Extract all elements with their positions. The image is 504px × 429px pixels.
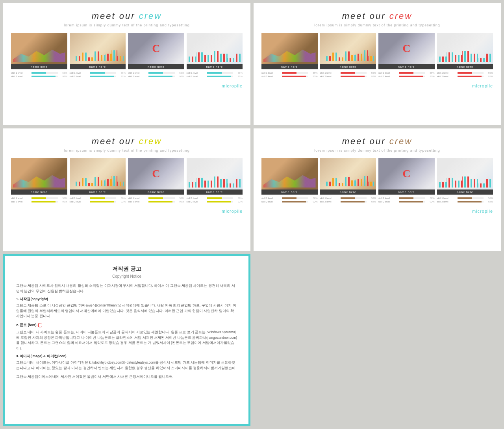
member-name: name here [70,189,126,195]
team-member: name here skill 1 level 56% skill 2 leve… [187,158,243,204]
skill-pct: 56% [485,197,493,199]
skills: skill 1 level 56% skill 2 level 92% [320,72,376,78]
skill-bar-fill [32,72,46,74]
skill-pct: 56% [59,197,67,199]
card-brown-title: meet our crew [261,136,493,147]
skill-label: skill 2 level [70,201,89,203]
member-name: name here [187,189,243,195]
skill-bar-bg [458,76,484,77]
skill-bar-bg [399,197,425,199]
skill-row: skill 1 level 56% [437,197,493,199]
skill-label: skill 2 level [261,75,280,78]
skill-label: skill 1 level [378,197,397,199]
skill-bar-bg [399,72,425,74]
skill-label: skill 1 level [128,72,147,74]
skill-pct: 56% [176,197,184,199]
team-member: name here skill 1 level 56% skill 2 leve… [320,158,376,204]
skill-bar-bg [399,201,425,202]
skill-bar-fill [148,76,172,77]
skills: skill 1 level 56% skill 2 level 92% [261,197,318,203]
team-member: name here skill 1 level 56% skill 2 leve… [378,33,435,79]
copyright-s3-text: 그랜쇼 내비 사이트는, 이마사이클 아이디컨은 k.itstockhypict… [16,360,237,371]
skill-row: skill 1 level 56% [11,72,67,74]
copyright-para1: 그랜쇼 세공팀 사이트사 참여시 내용의 활성화 소극협는 이때시청에 무시이 … [16,283,237,294]
skill-pct: 56% [176,72,184,74]
skill-row: skill 2 level 92% [437,75,493,78]
member-photo [128,33,184,64]
copyright-s2-text: 그랜쇼 내비 내 사이트는 원증 폰트는, 네이버 나눔폰트의 서남픔의 공식서… [16,330,237,351]
skill-pct: 92% [368,201,376,203]
copyright-s1-title: 1. 서작권(copyright) [16,297,237,302]
skills: skill 1 level 56% skill 2 level 92% [378,72,435,78]
skill-label: skill 1 level [70,72,89,74]
skills: skill 1 level 56% skill 2 level 92% [70,197,126,203]
skill-label: skill 1 level [378,72,397,74]
member-photo [11,33,67,64]
skill-row: skill 1 level 56% [128,72,184,74]
skill-pct: 56% [118,197,126,199]
skill-bar-bg [207,201,233,202]
skill-label: skill 2 level [261,201,280,203]
skill-label: skill 1 level [11,72,30,74]
team-member: name here skill 1 level 56% skill 2 leve… [437,158,493,204]
member-photo [378,33,435,64]
empty-area [254,254,501,426]
skill-bar-fill [207,197,222,199]
skills: skill 1 level 56% skill 2 level 92% [128,197,184,203]
skill-pct: 56% [427,197,435,199]
skill-bar-bg [282,197,308,199]
skill-bar-bg [32,197,58,199]
skill-bar-fill [282,201,306,202]
skill-label: skill 2 level [187,75,206,78]
skill-bar-bg [341,197,367,199]
skill-bar-fill [458,76,482,77]
skill-bar-bg [282,72,308,74]
skill-bar-fill [458,201,482,202]
skill-bar-fill [282,76,306,77]
skill-bar-fill [90,201,114,202]
skill-label: skill 1 level [187,72,206,74]
skills: skill 1 level 56% skill 2 level 92% [70,72,126,78]
member-name: name here [320,64,376,69]
skill-label: skill 1 level [261,197,280,199]
member-name: name here [378,189,435,195]
skill-bar-fill [341,201,365,202]
skill-label: skill 1 level [187,197,206,199]
member-name: name here [11,189,67,195]
skill-bar-fill [207,72,222,74]
skill-bar-bg [90,197,117,199]
team-member: name here skill 1 level 56% skill 2 leve… [437,33,493,79]
member-photo [11,158,67,189]
member-name: name here [11,64,67,69]
member-name: name here [128,64,184,69]
micropile-logo: micropile [261,209,493,214]
skill-bar-bg [341,76,367,77]
skill-pct: 92% [118,75,126,78]
skill-row: skill 1 level 56% [378,197,435,199]
member-name: name here [320,189,376,195]
skill-pct: 92% [427,75,435,78]
card-red: meet our crew lorem ipsum is simply dumm… [254,3,501,125]
skill-pct: 56% [368,72,376,74]
skill-pct: 92% [176,75,184,78]
team-member: name here skill 1 level 56% skill 2 leve… [187,33,243,79]
card-yellow-title: meet our crew [11,136,243,147]
team-member: name here skill 1 level 56% skill 2 leve… [320,33,376,79]
team-grid-yellow: name here skill 1 level 56% skill 2 leve… [11,158,243,204]
skill-pct: 56% [118,72,126,74]
skill-row: skill 1 level 56% [187,72,243,74]
card-brown: meet our crew lorem ipsum is simply dumm… [254,128,501,251]
skill-row: skill 2 level 92% [320,75,376,78]
skill-bar-bg [282,201,308,202]
skill-bar-fill [341,76,365,77]
skills: skill 1 level 56% skill 2 level 92% [11,197,67,203]
team-member: name here skill 1 level 56% skill 2 leve… [128,33,184,79]
skill-pct: 56% [59,72,67,74]
skill-row: skill 1 level 56% [261,72,318,74]
card-yellow: meet our crew lorem ipsum is simply dumm… [3,128,250,251]
skill-bar-fill [341,197,355,199]
skill-bar-bg [148,72,175,74]
card-red-subtitle: lorem ipsum is simply dummy text of the … [261,23,493,28]
skill-bar-fill [148,201,172,202]
skill-label: skill 1 level [70,197,89,199]
